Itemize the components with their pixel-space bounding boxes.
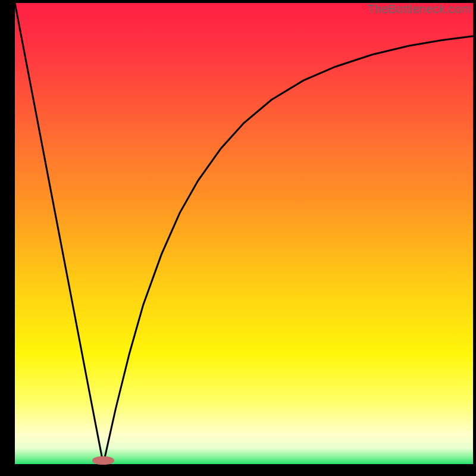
plot-area [15,3,473,464]
chart-frame: TheBottleneck.com [0,0,476,476]
curve-path [15,3,473,464]
watermark-text: TheBottleneck.com [367,2,471,16]
bottleneck-curve [15,3,473,464]
optimal-marker [92,456,114,465]
